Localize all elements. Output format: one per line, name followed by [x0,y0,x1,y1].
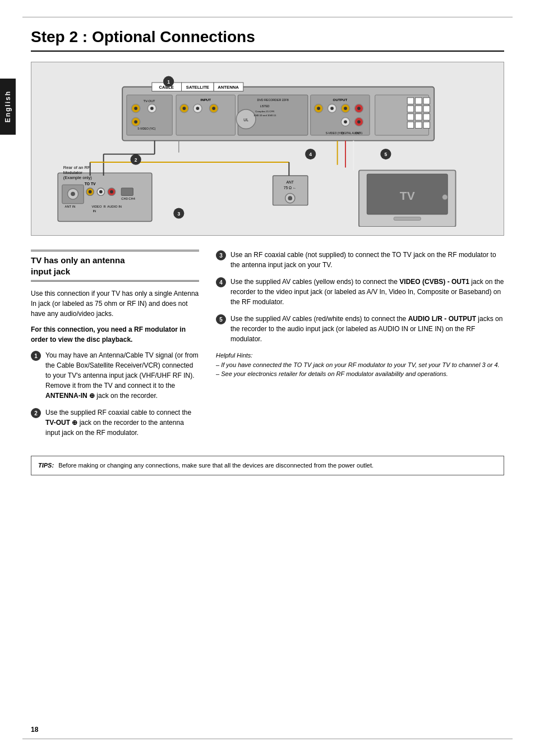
step-5: 5 Use the supplied AV cables (red/white … [216,314,504,344]
svg-point-72 [99,190,103,194]
step-3-text: Use an RF coaxial cable (not supplied) t… [230,250,504,270]
svg-text:DVD RECORDER 22F8: DVD RECORDER 22F8 [257,98,288,102]
page-border-bottom [22,739,513,739]
svg-point-23 [212,107,215,110]
svg-rect-51 [423,98,430,104]
page-border-top [22,17,513,17]
step-1-num: 1 [31,351,41,361]
svg-text:TO TV: TO TV [85,182,96,186]
svg-rect-56 [416,114,422,121]
helpful-hint-1: – If you have connected the TO TV jack o… [216,361,500,368]
svg-text:R: R [104,205,106,208]
svg-text:ANTENNA: ANTENNA [218,85,239,90]
step-1: 1 You may have an Antenna/Cable TV signa… [31,350,199,401]
svg-text:Modulator: Modulator [63,170,82,175]
svg-text:1040.10 and 1040.11: 1040.10 and 1040.11 [253,114,276,117]
svg-text:5: 5 [384,152,387,157]
svg-text:ANT: ANT [287,180,294,184]
svg-rect-53 [416,106,422,112]
helpful-hints-title: Helpful Hints: [216,352,252,359]
step-3: 3 Use an RF coaxial cable (not supplied)… [216,250,504,270]
two-col-layout: TV has only an antenna input jack Use th… [31,250,504,445]
svg-rect-59 [416,122,422,129]
svg-text:INPUT: INPUT [200,98,211,102]
svg-rect-55 [407,114,414,121]
svg-rect-50 [416,98,422,104]
svg-text:IN: IN [93,209,96,213]
step-4-num: 4 [216,277,226,287]
svg-point-44 [344,120,347,123]
step-5-num: 5 [216,314,226,324]
tips-label: TIPS: [38,461,54,470]
svg-text:LISTED: LISTED [260,105,270,108]
svg-rect-75 [121,188,133,195]
svg-text:TV-OUT: TV-OUT [144,99,156,103]
svg-rect-49 [407,98,414,104]
svg-text:75 Ω ←: 75 Ω ← [284,186,297,190]
page-number: 18 [31,726,38,734]
svg-text:OUTPUT: OUTPUT [333,98,348,102]
svg-text:AUDIO IN: AUDIO IN [107,205,122,208]
svg-rect-90 [394,217,421,221]
svg-rect-54 [423,106,430,112]
svg-point-42 [357,120,361,123]
svg-point-21 [196,107,200,110]
svg-text:OUT1: OUT1 [356,132,363,135]
svg-point-38 [344,107,347,110]
svg-text:VIDEO: VIDEO [92,205,102,208]
svg-text:1: 1 [167,79,170,85]
section-heading: TV has only an antenna input jack [31,250,199,282]
bold-note: For this connection, you need a RF modul… [31,324,199,345]
svg-text:UL: UL [243,118,248,122]
helpful-hints: Helpful Hints: – If you have connected t… [216,351,504,379]
intro-text: Use this connection if your TV has only … [31,288,199,319]
col-right: 3 Use an RF coaxial cable (not supplied)… [216,250,504,445]
svg-text:ANT IN: ANT IN [65,205,76,208]
step-4-text: Use the supplied AV cables (yellow ends)… [230,277,504,307]
step-5-text: Use the supplied AV cables (red/white en… [230,314,504,344]
svg-point-10 [134,107,137,110]
diagram-svg: CABLE SATELLITE ANTENNA TV-OUT S-VIDEO (… [40,71,495,227]
svg-text:CH3  CH4: CH3 CH4 [121,197,135,200]
svg-point-70 [89,190,92,194]
svg-point-34 [317,107,320,110]
svg-text:4: 4 [309,152,312,157]
svg-text:SATELLITE: SATELLITE [186,85,209,90]
svg-text:S-VIDEO (Y/C): S-VIDEO (Y/C) [137,127,156,130]
helpful-hint-2: – See your electronics retailer for deta… [216,370,448,377]
step-3-num: 3 [216,250,226,260]
svg-point-14 [134,120,137,123]
page-title: Step 2 : Optional Connections [31,28,504,52]
svg-text:TV: TV [400,189,415,202]
step-1-text: You may have an Antenna/Cable TV signal … [45,350,199,401]
col-left: TV has only an antenna input jack Use th… [31,250,199,445]
svg-text:Complies 21 CFR: Complies 21 CFR [255,110,274,113]
svg-rect-52 [407,106,414,112]
svg-text:(Example only): (Example only) [63,175,93,180]
step-2-num: 2 [31,408,41,418]
section-heading-text: TV has only an antenna input jack [31,255,199,277]
svg-point-40 [357,107,361,110]
step-2-text: Use the supplied RF coaxial cable to con… [45,407,199,438]
tips-box: TIPS: Before making or changing any conn… [31,456,504,475]
svg-point-91 [442,194,448,200]
svg-rect-60 [423,122,430,129]
svg-point-67 [71,192,75,196]
diagram-area: CABLE SATELLITE ANTENNA TV-OUT S-VIDEO (… [31,62,504,236]
svg-rect-57 [423,114,430,121]
svg-point-12 [150,107,154,110]
language-tab: English [0,79,16,135]
svg-point-19 [183,107,186,110]
svg-point-36 [330,107,334,110]
step-4: 4 Use the supplied AV cables (yellow end… [216,277,504,307]
svg-text:2: 2 [135,157,137,163]
svg-point-74 [110,190,113,194]
svg-text:Rear of an RF: Rear of an RF [63,165,90,170]
step-2: 2 Use the supplied RF coaxial cable to c… [31,407,199,438]
tips-text: Before making or changing any connection… [58,461,373,470]
svg-point-86 [288,196,292,200]
svg-rect-58 [407,122,414,129]
svg-text:3: 3 [177,211,180,217]
